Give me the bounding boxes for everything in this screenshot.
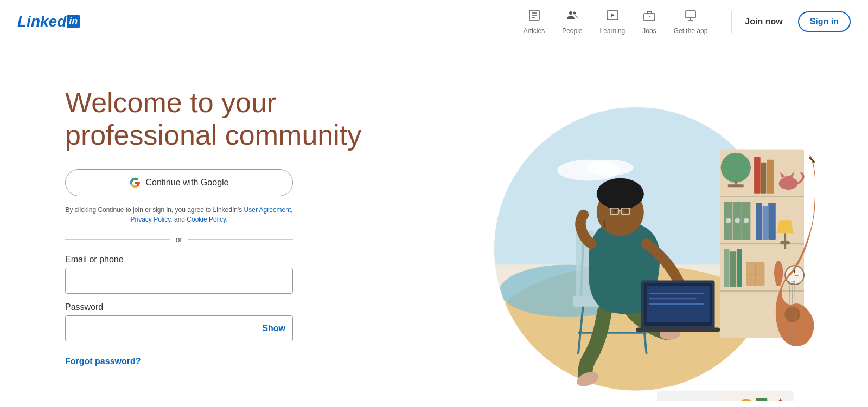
left-panel: Welcome to your professional community C…: [65, 76, 361, 366]
svg-rect-91: [756, 398, 767, 401]
join-now-button[interactable]: Join now: [736, 12, 791, 31]
svg-point-4: [569, 11, 572, 15]
user-agreement-link[interactable]: User Agreement: [244, 206, 291, 214]
navbar: Linked in Articles: [0, 0, 868, 43]
svg-rect-30: [767, 160, 774, 194]
svg-rect-48: [730, 251, 737, 287]
password-form-group: Password Show: [65, 302, 361, 341]
svg-point-40: [744, 218, 749, 223]
svg-rect-80: [636, 328, 720, 332]
password-label: Password: [65, 302, 361, 312]
svg-point-46: [780, 241, 790, 245]
svg-point-71: [597, 178, 644, 210]
svg-rect-43: [768, 203, 776, 240]
email-form-group: Email or phone: [65, 255, 361, 294]
nav-links: Articles People Learning: [517, 4, 714, 39]
svg-point-24: [721, 153, 750, 182]
nav-item-people[interactable]: People: [556, 4, 589, 39]
nav-item-articles[interactable]: Articles: [517, 4, 551, 39]
google-icon: [130, 177, 141, 188]
password-input[interactable]: [65, 315, 293, 341]
show-password-button[interactable]: Show: [262, 324, 285, 333]
sign-in-button[interactable]: Sign in: [798, 11, 851, 32]
svg-point-39: [735, 218, 740, 223]
svg-rect-26: [735, 180, 737, 185]
svg-rect-8: [644, 14, 655, 21]
nav-actions: Join now Sign in: [736, 11, 851, 32]
svg-rect-29: [761, 163, 767, 194]
or-divider: or: [65, 235, 293, 244]
svg-rect-49: [737, 249, 742, 287]
privacy-policy-link[interactable]: Privacy Policy: [131, 216, 171, 223]
svg-rect-27: [728, 184, 744, 187]
nav-item-learning[interactable]: Learning: [593, 4, 632, 39]
email-input[interactable]: [65, 268, 293, 294]
nav-item-get-the-app[interactable]: Get the app: [667, 4, 714, 39]
logo-box: in: [67, 15, 80, 28]
jobs-icon: [643, 9, 656, 25]
cookie-policy-link[interactable]: Cookie Policy: [187, 216, 226, 223]
continue-with-google-button[interactable]: Continue with Google: [65, 169, 293, 196]
svg-text:6 12: 6 12: [788, 281, 795, 285]
svg-marker-45: [777, 220, 794, 233]
svg-point-5: [573, 11, 576, 14]
logo[interactable]: Linked in: [17, 13, 80, 30]
learning-icon: [606, 9, 619, 25]
svg-point-17: [586, 160, 634, 176]
nav-divider: [731, 11, 732, 33]
svg-rect-28: [754, 157, 761, 194]
svg-point-38: [726, 218, 731, 223]
email-label: Email or phone: [65, 255, 361, 264]
logo-text: Linked: [17, 13, 66, 30]
svg-rect-47: [724, 249, 730, 287]
svg-point-34: [784, 176, 792, 184]
get-app-icon: [684, 9, 697, 25]
illustration-panel: 6 12: [383, 76, 868, 401]
svg-rect-41: [756, 203, 762, 240]
svg-marker-7: [611, 14, 615, 17]
main-content: Welcome to your professional community C…: [0, 43, 868, 407]
svg-point-73: [624, 209, 629, 214]
articles-icon: [528, 9, 541, 25]
forgot-password-link[interactable]: Forgot password?: [65, 357, 141, 366]
svg-rect-88: [715, 393, 788, 401]
nav-item-jobs[interactable]: Jobs: [636, 4, 662, 39]
hero-illustration: 6 12: [436, 76, 815, 401]
people-icon: [566, 9, 579, 25]
svg-rect-10: [686, 11, 695, 18]
password-wrapper: Show: [65, 315, 293, 341]
disclaimer-text: By clicking Continue to join or sign in,…: [65, 205, 293, 224]
welcome-title: Welcome to your professional community: [65, 87, 361, 152]
svg-rect-42: [763, 206, 768, 240]
svg-point-72: [613, 209, 617, 214]
